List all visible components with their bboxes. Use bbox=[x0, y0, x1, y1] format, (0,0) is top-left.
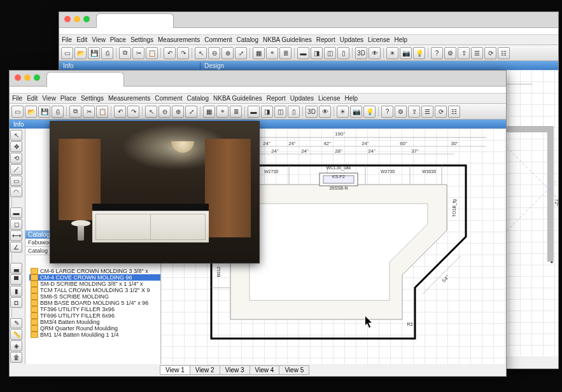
mag-plus-icon[interactable]: ⊕ bbox=[221, 47, 234, 59]
paste-icon[interactable]: 📋 bbox=[146, 47, 158, 59]
grid-icon[interactable]: ▦ bbox=[253, 47, 265, 59]
export-icon[interactable]: ⇪ bbox=[458, 47, 470, 59]
menu-item[interactable]: Settings bbox=[81, 95, 104, 102]
mag-plus-icon[interactable]: ⊕ bbox=[172, 106, 184, 118]
menu-item[interactable]: View bbox=[92, 36, 106, 43]
menu-item[interactable]: Settings bbox=[130, 36, 153, 43]
note-icon[interactable]: ✎ bbox=[10, 318, 22, 329]
catalog-item[interactable]: TF696 UTILITY FILLER 6x96 bbox=[29, 312, 160, 319]
open-icon[interactable]: 📂 bbox=[25, 106, 37, 118]
3d-icon[interactable]: 3D bbox=[355, 47, 367, 59]
3d-walk-icon[interactable]: 👁 bbox=[319, 106, 331, 118]
window-icon[interactable]: ◫ bbox=[324, 47, 336, 59]
zoom-fit-icon[interactable]: ⤢ bbox=[185, 106, 197, 118]
browser-tab[interactable] bbox=[96, 13, 174, 28]
save-icon[interactable]: 💾 bbox=[88, 47, 100, 59]
menu-bar[interactable]: File Edit View Place Settings Measuremen… bbox=[10, 94, 506, 104]
close-icon[interactable] bbox=[64, 16, 71, 22]
paste-icon[interactable]: 📋 bbox=[96, 106, 108, 118]
main-toolbar[interactable]: ▭📂💾⎙⧉✂📋↶↷↖⊖⊕⤢▦⌖≣▬◨◫▯3D👁☀📷💡?⚙⇪☰⟳☷ bbox=[59, 45, 558, 61]
catalog-item[interactable]: BM3/4 Batten Moulding bbox=[29, 319, 160, 325]
catalog-list[interactable]: CM-6 LARGE CROWN MOLDING 3 3/8" xCM-4 CO… bbox=[25, 267, 160, 339]
light-icon[interactable]: 💡 bbox=[413, 47, 425, 59]
camera-icon[interactable]: 📷 bbox=[400, 47, 412, 59]
new-file-icon[interactable]: ▭ bbox=[61, 47, 73, 59]
select-icon[interactable]: ↖ bbox=[10, 130, 22, 141]
undo-icon[interactable]: ↶ bbox=[114, 106, 126, 118]
maximize-icon[interactable] bbox=[34, 74, 40, 81]
line-icon[interactable]: ／ bbox=[10, 164, 22, 175]
cabinet-icon[interactable]: ▯ bbox=[288, 106, 300, 118]
minimize-icon[interactable] bbox=[24, 74, 31, 81]
vertical-toolbar[interactable]: ↖✥⟲／▭◠▬◻⟷∠▃▀▮◘✎📏◈🗑 bbox=[10, 129, 25, 364]
cursor-icon[interactable]: ↖ bbox=[195, 47, 207, 59]
catalog-item[interactable]: TCM TALL CROWN MOULDING 3 1/2" X 9 bbox=[29, 287, 160, 293]
menu-item[interactable]: Measurements bbox=[108, 95, 150, 102]
settings-icon[interactable]: ⚙ bbox=[444, 47, 456, 59]
help-icon[interactable]: ? bbox=[381, 106, 393, 118]
maximize-icon[interactable] bbox=[83, 16, 90, 22]
angle-icon[interactable]: ∠ bbox=[10, 242, 22, 253]
report-icon[interactable]: ☰ bbox=[421, 106, 433, 118]
help-icon[interactable]: ? bbox=[431, 47, 443, 59]
base-cab-icon[interactable]: ▃ bbox=[10, 263, 22, 274]
catalog-item[interactable]: TF396 UTILITY FILLER 3x96 bbox=[29, 306, 160, 312]
view-tabs[interactable]: View 1 View 2 View 3 View 4 View 5 bbox=[160, 365, 309, 375]
menu-item[interactable]: Comment bbox=[204, 36, 232, 43]
measure-icon[interactable]: 📏 bbox=[10, 329, 22, 340]
list-icon[interactable]: ☷ bbox=[498, 47, 510, 59]
wall-cab-icon[interactable]: ▀ bbox=[10, 274, 22, 285]
mag-minus-icon[interactable]: ⊖ bbox=[208, 47, 220, 59]
camera-icon[interactable]: 📷 bbox=[350, 106, 362, 118]
menu-item[interactable]: License bbox=[368, 36, 390, 43]
close-icon[interactable] bbox=[15, 74, 21, 81]
catalog-item[interactable]: SM-D SCRIBE MOLDING 3/8" x 1 1/4" x bbox=[29, 281, 160, 287]
cut-icon[interactable]: ✂ bbox=[132, 47, 144, 59]
menu-item[interactable]: Place bbox=[60, 95, 76, 102]
save-icon[interactable]: 💾 bbox=[38, 106, 50, 118]
rect-icon[interactable]: ▭ bbox=[10, 176, 22, 186]
menu-item[interactable]: Edit bbox=[27, 95, 38, 102]
export-icon[interactable]: ⇪ bbox=[408, 106, 420, 118]
tall-cab-icon[interactable]: ▮ bbox=[10, 286, 22, 297]
menu-item[interactable]: Report bbox=[267, 95, 286, 102]
zoom-fit-icon[interactable]: ⤢ bbox=[235, 47, 247, 59]
catalog-item[interactable]: BM1 1/4 Batten Moulding 1 1/4 bbox=[29, 332, 160, 338]
menu-item[interactable]: NKBA Guidelines bbox=[263, 36, 312, 43]
settings-icon[interactable]: ⚙ bbox=[395, 106, 407, 118]
list-icon[interactable]: ☷ bbox=[448, 106, 460, 118]
copy-icon[interactable]: ⧉ bbox=[69, 106, 81, 118]
menu-item[interactable]: Help bbox=[394, 36, 407, 43]
minimize-icon[interactable] bbox=[74, 16, 80, 22]
cut-icon[interactable]: ✂ bbox=[83, 106, 95, 118]
window-controls[interactable] bbox=[64, 16, 90, 22]
open-icon[interactable]: 📂 bbox=[74, 47, 87, 59]
catalog-item[interactable]: BBM BASE BOARD MOLDING 5 1/4" x 96 bbox=[29, 300, 160, 306]
update-icon[interactable]: ⟳ bbox=[484, 47, 496, 59]
wall-tool-icon[interactable]: ▬ bbox=[10, 207, 22, 218]
menu-item[interactable]: Updates bbox=[290, 95, 314, 102]
copy-icon[interactable]: ⧉ bbox=[119, 47, 131, 59]
3d-walk-icon[interactable]: 👁 bbox=[369, 47, 381, 59]
menu-item[interactable]: Place bbox=[110, 36, 126, 43]
menu-item[interactable]: Edit bbox=[76, 36, 87, 43]
catalog-item[interactable]: QRM Quarter Round Moulding bbox=[29, 325, 160, 332]
menu-item[interactable]: License bbox=[318, 95, 340, 102]
cabinet-icon[interactable]: ▯ bbox=[337, 47, 349, 59]
move-icon[interactable]: ✥ bbox=[10, 141, 22, 152]
menu-bar[interactable]: File Edit View Place Settings Measuremen… bbox=[59, 35, 558, 45]
print-icon[interactable]: ⎙ bbox=[101, 47, 113, 59]
grid-icon[interactable]: ▦ bbox=[203, 106, 215, 118]
menu-item[interactable]: Report bbox=[316, 36, 335, 43]
window-controls[interactable] bbox=[15, 74, 40, 81]
menu-item[interactable]: Updates bbox=[340, 36, 363, 43]
snap-icon[interactable]: ⌖ bbox=[216, 106, 228, 118]
view-tab[interactable]: View 1 bbox=[160, 365, 190, 375]
door-icon[interactable]: ◨ bbox=[261, 106, 273, 118]
menu-item[interactable]: File bbox=[12, 95, 22, 102]
view-tab[interactable]: View 5 bbox=[279, 365, 309, 375]
cursor-icon[interactable]: ↖ bbox=[145, 106, 157, 118]
menu-item[interactable]: Catalog bbox=[187, 95, 209, 102]
render-icon[interactable]: ☀ bbox=[337, 106, 349, 118]
render-icon[interactable]: ☀ bbox=[386, 47, 398, 59]
